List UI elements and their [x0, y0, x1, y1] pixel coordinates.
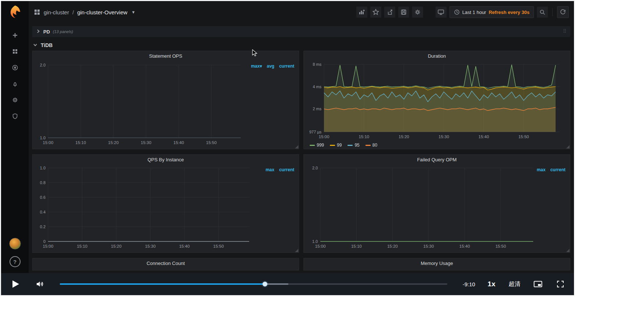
- svg-text:15:50: 15:50: [495, 244, 506, 248]
- statement-ops-chart: 2.01.015:0015:1015:2015:3015:4015:50: [33, 61, 299, 149]
- fullscreen-button[interactable]: [556, 280, 564, 288]
- share-icon: [386, 9, 393, 15]
- legend-label: 999: [317, 143, 324, 148]
- breadcrumb-dashboard[interactable]: gin-cluster-Overview: [77, 9, 127, 15]
- chevron-down-icon: [33, 42, 37, 49]
- legend-color-dash: [310, 145, 315, 146]
- row-drag-handle[interactable]: [563, 28, 567, 35]
- svg-text:15:40: 15:40: [479, 134, 489, 139]
- legend-link[interactable]: current: [279, 64, 294, 69]
- legend-item[interactable]: 80: [365, 143, 377, 148]
- svg-text:15:30: 15:30: [141, 140, 152, 145]
- add-panel-button[interactable]: [356, 7, 367, 18]
- shield-icon: [12, 113, 18, 119]
- legend-item[interactable]: 999: [310, 143, 324, 148]
- sidebar-item-alerting[interactable]: [11, 80, 19, 87]
- time-picker-button[interactable]: Last 1 hour Refresh every 30s: [450, 6, 534, 18]
- panel-resize-handle[interactable]: [566, 249, 570, 252]
- svg-text:4 ms: 4 ms: [313, 85, 321, 89]
- search-time-button[interactable]: [537, 7, 548, 18]
- panel-title[interactable]: Connection Count: [33, 258, 299, 268]
- svg-text:15:30: 15:30: [145, 244, 156, 248]
- panel-qps-by-instance: QPS By Instance 1.00.80.60.40.2015:0015:…: [32, 154, 299, 253]
- pip-button[interactable]: [534, 281, 542, 288]
- quality-button[interactable]: 超清: [509, 280, 520, 288]
- breadcrumb-separator: /: [72, 9, 74, 15]
- svg-text:15:10: 15:10: [77, 244, 87, 248]
- panel-title[interactable]: QPS By Instance: [33, 155, 299, 164]
- navbar-actions: Last 1 hour Refresh every 30s: [356, 6, 569, 18]
- svg-text:977 µs: 977 µs: [309, 130, 322, 134]
- panel-resize-handle[interactable]: [566, 145, 570, 148]
- navbar-divider: [552, 8, 553, 16]
- dashboard-grid-icon[interactable]: [34, 9, 40, 15]
- sidebar-item-explore[interactable]: [11, 64, 19, 71]
- svg-text:2.0: 2.0: [312, 166, 318, 170]
- gear-icon: [12, 97, 18, 103]
- add-panel-icon: [359, 9, 365, 15]
- play-icon: [11, 279, 20, 289]
- legend-link[interactable]: avg: [267, 64, 274, 69]
- gear-icon: [414, 9, 421, 15]
- legend-label: 95: [354, 143, 359, 148]
- legend-series: 999999580: [310, 143, 377, 148]
- play-button[interactable]: [11, 279, 20, 289]
- legend-item[interactable]: 99: [330, 143, 342, 148]
- sidebar-item-dashboards[interactable]: [11, 48, 19, 55]
- svg-text:15:50: 15:50: [213, 244, 224, 248]
- chevron-right-icon: [36, 28, 40, 35]
- panel-title[interactable]: Duration: [304, 51, 570, 61]
- grafana-logo[interactable]: [8, 4, 22, 21]
- dashboard-scroll-area: PD (13 panels) TiDB Statement OPS 2.01.0…: [29, 23, 574, 273]
- svg-text:15:30: 15:30: [423, 244, 434, 248]
- svg-text:15:00: 15:00: [319, 134, 330, 139]
- user-avatar[interactable]: [9, 238, 21, 250]
- progress-played: [60, 283, 265, 285]
- row-tidb[interactable]: TiDB: [32, 42, 570, 49]
- legend-item[interactable]: 95: [348, 143, 359, 148]
- progress-handle[interactable]: [263, 282, 268, 287]
- refresh-dashboard-button[interactable]: [557, 6, 569, 18]
- legend-link[interactable]: current: [550, 167, 565, 172]
- panel-title[interactable]: Memory Usage: [304, 258, 570, 268]
- sidebar-item-server-admin[interactable]: [11, 112, 19, 120]
- svg-text:1.0: 1.0: [40, 136, 46, 140]
- share-button[interactable]: [384, 7, 395, 18]
- panel-title[interactable]: Failed Query OPM: [304, 155, 570, 164]
- legend-link[interactable]: max: [537, 167, 546, 172]
- breadcrumb-folder[interactable]: gin-cluster: [44, 9, 69, 15]
- row-pd[interactable]: PD (13 panels): [32, 26, 570, 37]
- save-button[interactable]: [398, 7, 409, 18]
- help-button[interactable]: ?: [10, 256, 21, 267]
- refresh-icon: [560, 9, 566, 15]
- sidebar-item-configuration[interactable]: [11, 96, 19, 104]
- svg-text:15:10: 15:10: [76, 140, 86, 145]
- star-button[interactable]: [370, 7, 381, 18]
- dashboard-settings-button[interactable]: [412, 7, 423, 18]
- legend-link[interactable]: max: [266, 167, 274, 172]
- row-label[interactable]: TiDB: [41, 42, 52, 48]
- volume-button[interactable]: [36, 280, 44, 288]
- panel-resize-handle[interactable]: [295, 145, 298, 148]
- row-label[interactable]: PD: [43, 29, 50, 35]
- sidebar-item-create[interactable]: [11, 32, 19, 39]
- volume-icon: [36, 280, 44, 288]
- failed-query-opm-chart: 2.01.015:0015:1015:2015:3015:4015:50: [304, 164, 570, 252]
- svg-text:15:10: 15:10: [359, 134, 369, 139]
- panel-title[interactable]: Statement OPS: [33, 51, 299, 61]
- legend-link[interactable]: max▾: [251, 64, 262, 69]
- svg-text:15:40: 15:40: [459, 244, 470, 248]
- svg-text:15:50: 15:50: [206, 140, 217, 145]
- panel-resize-handle[interactable]: [295, 249, 298, 252]
- playback-speed-button[interactable]: 1x: [488, 280, 495, 288]
- svg-text:15:00: 15:00: [43, 140, 54, 145]
- svg-text:15:40: 15:40: [174, 140, 184, 145]
- svg-text:0.8: 0.8: [40, 180, 46, 185]
- svg-text:8 ms: 8 ms: [313, 62, 321, 67]
- cycle-view-button[interactable]: [436, 7, 447, 18]
- time-remaining: -9:10: [463, 281, 475, 287]
- progress-track[interactable]: [60, 283, 447, 285]
- explore-compass-icon: [12, 64, 18, 71]
- legend-color-dash: [365, 145, 371, 146]
- legend-link[interactable]: current: [279, 167, 294, 172]
